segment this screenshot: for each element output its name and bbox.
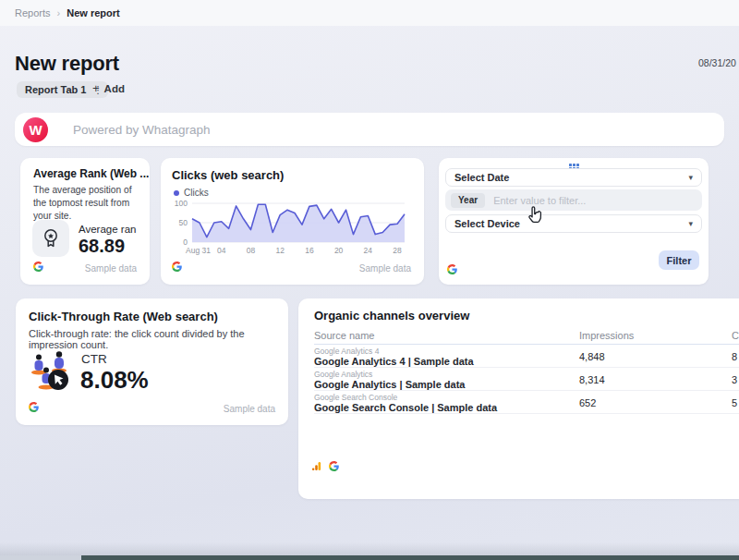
ctr-metric-value: 8.08% <box>80 366 149 395</box>
average-rank-card: Average Rank (Web ... The average positi… <box>20 158 150 285</box>
breadcrumb: Reports › New report <box>0 0 739 26</box>
filter-value-input[interactable]: Year Enter value to filter... <box>445 189 702 211</box>
svg-text:20: 20 <box>334 246 344 255</box>
chevron-down-icon: ▾ <box>688 219 693 228</box>
svg-text:08: 08 <box>247 246 256 255</box>
bottom-taskbar[interactable] <box>81 555 739 560</box>
table-header-row: Source name Impressions C <box>314 328 739 345</box>
cell-clipped-value: 5 <box>732 397 737 408</box>
filter-card: Select Date ▾ Year Enter value to filter… <box>439 158 709 285</box>
cell-impressions: 652 <box>579 397 596 408</box>
organic-channels-title: Organic channels overview <box>314 309 469 323</box>
legend-label: Clicks <box>184 188 209 198</box>
report-tab-label: Report Tab 1 <box>25 84 86 95</box>
column-header-clipped: C <box>732 330 739 341</box>
google-icon <box>447 262 457 278</box>
organic-channels-card: Organic channels overview Source name Im… <box>298 298 739 499</box>
google-icon <box>329 458 339 475</box>
clicks-card: Clicks (web search) Clicks 050100Aug 310… <box>161 158 424 285</box>
legend-dot-icon <box>174 190 179 196</box>
average-rank-title: Average Rank (Web ... <box>33 167 149 180</box>
table-source-icons <box>311 458 339 475</box>
average-rank-metric-label: Average ran <box>79 224 136 235</box>
svg-text:12: 12 <box>275 246 285 255</box>
powered-by-banner: W Powered by Whatagraph <box>15 113 724 146</box>
svg-text:100: 100 <box>175 199 188 208</box>
whatagraph-logo: W <box>23 117 48 142</box>
svg-text:16: 16 <box>305 246 314 255</box>
clicks-legend: Clicks <box>174 188 209 198</box>
svg-text:Aug 31: Aug 31 <box>186 246 211 255</box>
average-rank-description: The average position of the topmost resu… <box>33 184 139 222</box>
clicks-chart: 050100Aug 3104081216202428 <box>168 199 410 258</box>
breadcrumb-chevron-icon: › <box>57 7 61 18</box>
svg-text:24: 24 <box>364 246 373 255</box>
sample-data-note: Sample data <box>224 404 275 414</box>
add-tab-button[interactable]: + Add <box>92 82 125 94</box>
ctr-description: Click-through rate: the click count divi… <box>29 328 288 350</box>
bottom-bar-left-segment <box>0 555 81 560</box>
svg-text:04: 04 <box>217 246 226 255</box>
select-device-dropdown[interactable]: Select Device ▾ <box>445 214 702 233</box>
year-filter-tag[interactable]: Year <box>451 193 485 208</box>
cell-impressions: 4,848 <box>579 351 605 362</box>
cell-source-name: Google Search ConsoleGoogle Search Conso… <box>314 394 497 415</box>
cell-impressions: 8,314 <box>579 374 605 385</box>
cell-clipped-value: 8 <box>732 351 737 362</box>
cell-clipped-value: 3 <box>732 374 737 385</box>
filter-button[interactable]: Filter <box>659 250 699 270</box>
google-analytics-icon <box>311 458 321 475</box>
hand-pointer-cursor-icon <box>525 204 545 230</box>
svg-text:28: 28 <box>393 246 402 255</box>
page-title: New report <box>15 52 119 76</box>
sample-data-note: Sample data <box>359 263 411 274</box>
google-icon <box>172 259 182 275</box>
average-rank-metric-value: 68.89 <box>79 236 125 257</box>
google-icon <box>33 259 43 275</box>
cell-source-name: Google Analytics 4Google Analytics 4 | S… <box>314 347 474 369</box>
sample-data-note: Sample data <box>85 263 137 274</box>
table-row: Google AnalyticsGoogle Analytics | Sampl… <box>314 368 739 391</box>
page-bottom-shade <box>0 542 739 555</box>
select-date-dropdown[interactable]: Select Date ▾ <box>445 168 702 187</box>
powered-by-text: Powered by Whatagraph <box>73 123 211 137</box>
ctr-title: Click-Through Rate (Web search) <box>29 310 218 323</box>
breadcrumb-current: New report <box>67 7 119 18</box>
svg-text:50: 50 <box>179 218 188 227</box>
table-row: Google Analytics 4Google Analytics 4 | S… <box>314 345 739 368</box>
google-icon <box>29 399 39 416</box>
column-header-source: Source name <box>314 330 374 341</box>
clicks-title: Clicks (web search) <box>172 168 284 182</box>
ctr-metric-label: CTR <box>81 352 107 366</box>
plus-icon: + <box>92 82 100 94</box>
column-header-impressions: Impressions <box>579 330 634 341</box>
people-cursor-illustration-icon <box>29 348 71 396</box>
cell-source-name: Google AnalyticsGoogle Analytics | Sampl… <box>314 371 465 392</box>
table-row: Google Search ConsoleGoogle Search Conso… <box>314 391 739 414</box>
ctr-card: Click-Through Rate (Web search) Click-th… <box>16 298 288 425</box>
breadcrumb-reports-link[interactable]: Reports <box>15 7 51 18</box>
organic-channels-table: Source name Impressions C Google Analyti… <box>314 328 739 414</box>
report-date: 08/31/20 <box>698 57 736 68</box>
medal-icon <box>32 220 69 257</box>
chevron-down-icon: ▾ <box>688 173 693 182</box>
